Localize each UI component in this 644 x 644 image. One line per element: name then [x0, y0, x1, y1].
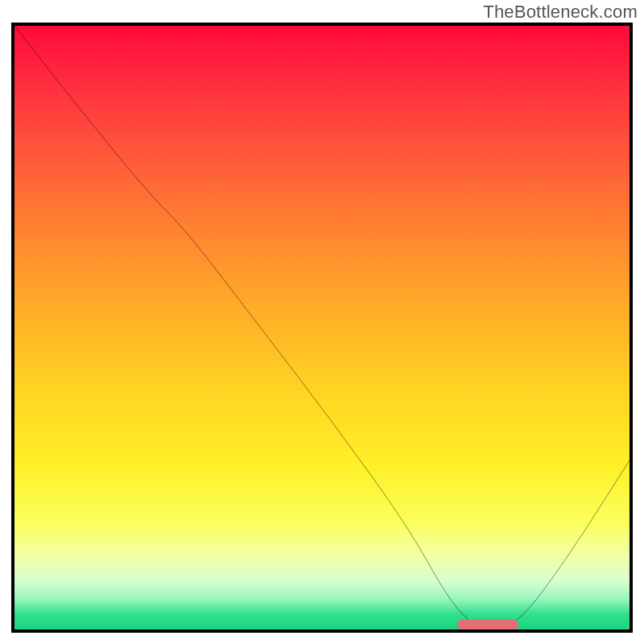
plot-area: [11, 23, 633, 633]
bottleneck-curve: [14, 26, 630, 630]
sweet-spot-marker: [457, 619, 518, 630]
curve-path: [14, 26, 630, 625]
watermark-text: TheBottleneck.com: [483, 2, 638, 23]
bottleneck-figure: TheBottleneck.com: [0, 0, 644, 644]
